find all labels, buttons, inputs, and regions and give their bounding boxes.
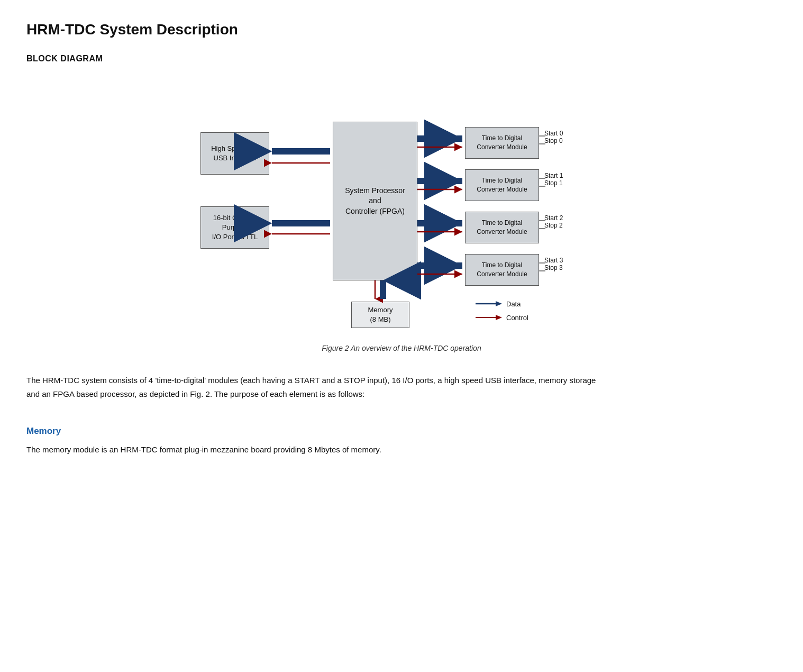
page-title: HRM-TDC System Description	[26, 21, 777, 38]
diagram-arrows	[163, 79, 640, 333]
memory-section-heading: Memory	[26, 426, 777, 437]
figure-caption: Figure 2 An overview of the HRM-TDC oper…	[26, 344, 777, 352]
description-text: The HRM-TDC system consists of 4 'time-t…	[26, 374, 608, 401]
memory-section-text: The memory module is an HRM-TDC format p…	[26, 443, 608, 457]
block-diagram: System ProcessorandController (FPGA) Hig…	[163, 79, 640, 333]
block-diagram-heading: BLOCK DIAGRAM	[26, 54, 777, 63]
